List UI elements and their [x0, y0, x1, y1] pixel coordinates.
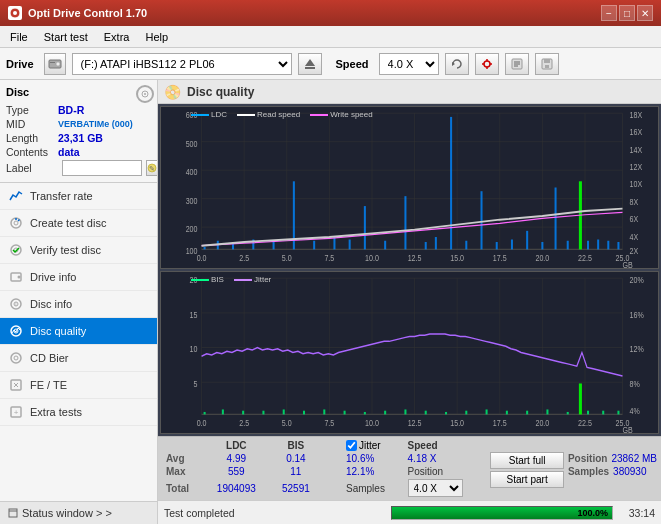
- mid-label: MID: [6, 118, 58, 130]
- svg-text:22.5: 22.5: [578, 253, 592, 263]
- total-bis: 52591: [270, 478, 322, 498]
- svg-rect-96: [273, 242, 275, 249]
- jitter-checkbox-cell[interactable]: Jitter: [342, 439, 404, 452]
- svg-rect-158: [204, 412, 206, 414]
- extra-tests-icon: +: [8, 404, 24, 420]
- cd-bier-icon: [8, 350, 24, 366]
- svg-rect-106: [450, 117, 452, 250]
- charts-area: LDC Read speed Write speed: [158, 104, 661, 436]
- svg-text:2X: 2X: [630, 247, 639, 257]
- settings-button1[interactable]: [475, 53, 499, 75]
- samples-label: Samples: [346, 483, 385, 494]
- menu-extra[interactable]: Extra: [98, 29, 136, 45]
- svg-rect-19: [545, 65, 549, 68]
- svg-text:12X: 12X: [630, 163, 643, 173]
- total-label: Total: [162, 478, 203, 498]
- menu-file[interactable]: File: [4, 29, 34, 45]
- svg-rect-4: [50, 62, 55, 63]
- nav-cd-bier[interactable]: CD Bier: [0, 345, 157, 372]
- svg-text:5.0: 5.0: [282, 253, 292, 263]
- svg-rect-178: [587, 411, 589, 415]
- svg-text:2.5: 2.5: [239, 253, 249, 263]
- eject-button[interactable]: [298, 53, 322, 75]
- svg-text:500: 500: [186, 139, 198, 149]
- nav-create-test-disc[interactable]: Create test disc: [0, 210, 157, 237]
- svg-text:12%: 12%: [630, 345, 644, 355]
- status-text: Test completed: [164, 507, 385, 519]
- start-full-button[interactable]: Start full: [490, 452, 564, 469]
- menu-start-test[interactable]: Start test: [38, 29, 94, 45]
- header-speed: Speed: [404, 439, 487, 452]
- avg-ldc: 4.99: [203, 452, 270, 465]
- svg-rect-175: [546, 409, 548, 414]
- jitter-checkbox[interactable]: [346, 440, 357, 451]
- nav-extra-tests[interactable]: + Extra tests: [0, 399, 157, 426]
- nav-fe-te[interactable]: FE / TE: [0, 372, 157, 399]
- svg-text:15: 15: [190, 310, 198, 320]
- speed-select-cell[interactable]: 4.0 X Max: [404, 478, 487, 498]
- svg-text:15.0: 15.0: [450, 418, 464, 428]
- svg-rect-172: [486, 409, 488, 414]
- status-window-label: Status window > >: [22, 507, 112, 519]
- title-bar: Opti Drive Control 1.70 − □ ✕: [0, 0, 661, 26]
- disc-title: Disc: [6, 86, 29, 98]
- mid-value: VERBATIMe (000): [58, 119, 133, 129]
- drive-select[interactable]: (F:) ATAPI iHBS112 2 PL06: [72, 53, 292, 75]
- svg-text:20.0: 20.0: [535, 418, 549, 428]
- svg-rect-116: [587, 241, 589, 250]
- svg-line-28: [18, 220, 20, 222]
- svg-rect-119: [617, 242, 619, 249]
- header-bis: BIS: [270, 439, 322, 452]
- svg-rect-161: [262, 411, 264, 415]
- speed-limit-select[interactable]: 4.0 X Max: [408, 479, 463, 497]
- svg-point-3: [56, 62, 60, 66]
- save-button[interactable]: [535, 53, 559, 75]
- label-edit-button[interactable]: ✎: [146, 160, 158, 176]
- start-part-button[interactable]: Start part: [490, 471, 564, 488]
- maximize-button[interactable]: □: [619, 5, 635, 21]
- svg-text:12.5: 12.5: [408, 253, 422, 263]
- svg-rect-18: [544, 59, 550, 63]
- drive-info-icon: [8, 269, 24, 285]
- label-input[interactable]: [62, 160, 142, 176]
- fe-te-icon: [8, 377, 24, 393]
- svg-text:i: i: [15, 301, 16, 307]
- chart1-container: LDC Read speed Write speed: [160, 106, 659, 269]
- refresh-button[interactable]: [445, 53, 469, 75]
- status-window-button[interactable]: Status window > >: [0, 501, 157, 524]
- svg-point-39: [14, 356, 18, 360]
- svg-rect-108: [481, 191, 483, 249]
- dq-icon: 📀: [164, 84, 181, 100]
- svg-rect-111: [526, 231, 528, 250]
- left-panel: Disc Type BD-R MID VERBATIMe (000) Lengt…: [0, 80, 158, 524]
- chart2-legend: BIS Jitter: [191, 275, 271, 284]
- nav-disc-info[interactable]: i Disc info: [0, 291, 157, 318]
- length-label: Length: [6, 132, 58, 144]
- svg-rect-168: [404, 409, 406, 414]
- svg-rect-117: [597, 240, 599, 250]
- speed-select[interactable]: 4.0 X 8.0 X Max: [379, 53, 439, 75]
- minimize-button[interactable]: −: [601, 5, 617, 21]
- nav-verify-test-disc[interactable]: Verify test disc: [0, 237, 157, 264]
- menu-bar: File Start test Extra Help: [0, 26, 661, 48]
- svg-rect-162: [283, 409, 285, 414]
- settings-button2[interactable]: [505, 53, 529, 75]
- progress-area: Test completed 100.0% 33:14: [158, 500, 661, 524]
- svg-text:6X: 6X: [630, 215, 639, 225]
- nav-disc-quality[interactable]: Disc quality: [0, 318, 157, 345]
- chart2-svg: 20 15 10 5 20% 16% 12% 8% 4% 0.0 2.5 5.0…: [161, 272, 658, 433]
- svg-text:16X: 16X: [630, 128, 643, 138]
- nav-drive-info[interactable]: Drive info: [0, 264, 157, 291]
- svg-text:GB: GB: [623, 260, 633, 268]
- contents-label: Contents: [6, 146, 58, 158]
- svg-text:10.0: 10.0: [365, 418, 379, 428]
- menu-help[interactable]: Help: [139, 29, 174, 45]
- svg-rect-105: [435, 237, 437, 249]
- svg-rect-109: [496, 242, 498, 249]
- nav-transfer-rate[interactable]: Transfer rate: [0, 183, 157, 210]
- close-button[interactable]: ✕: [637, 5, 653, 21]
- svg-text:17.5: 17.5: [493, 253, 507, 263]
- drive-icon-button[interactable]: [44, 53, 66, 75]
- position-cell: Position: [404, 465, 487, 478]
- svg-text:8%: 8%: [630, 380, 640, 390]
